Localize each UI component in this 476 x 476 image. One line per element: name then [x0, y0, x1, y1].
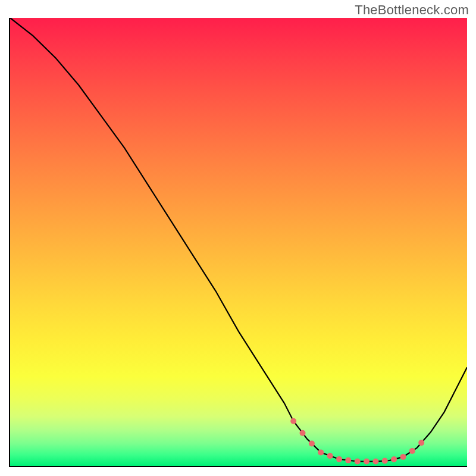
curve-line [10, 18, 467, 462]
valley-dot [409, 448, 415, 454]
bottleneck-curve [10, 18, 467, 466]
valley-dot [345, 458, 351, 464]
chart-stage: TheBottleneck.com [0, 0, 476, 476]
valley-dot [300, 430, 306, 436]
valley-dot [318, 449, 324, 455]
valley-dot [290, 418, 296, 424]
valley-dots [290, 418, 424, 465]
valley-dot [372, 459, 378, 465]
watermark-text: TheBottleneck.com [355, 2, 469, 18]
valley-dot [336, 456, 342, 462]
valley-dot [355, 459, 361, 465]
valley-dot [364, 459, 369, 465]
valley-dot [391, 456, 397, 462]
valley-dot [400, 454, 406, 460]
valley-dot [309, 440, 315, 446]
valley-dot [382, 458, 388, 464]
valley-dot [327, 453, 333, 459]
valley-dot [418, 440, 424, 446]
